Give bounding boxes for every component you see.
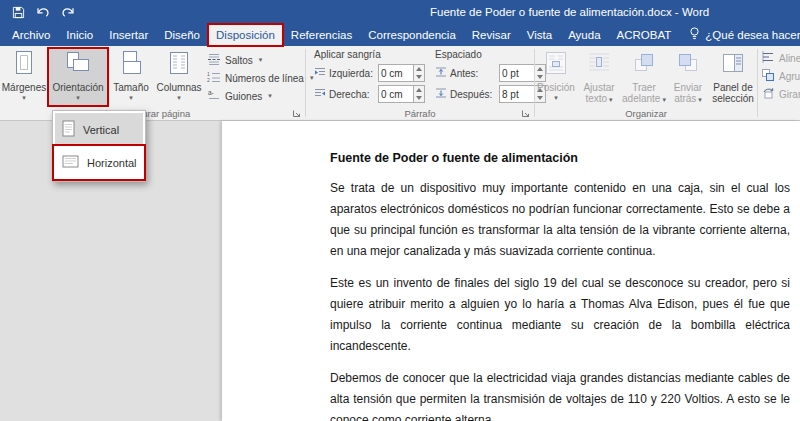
align-icon (761, 50, 775, 66)
align-label: Aline (779, 53, 800, 64)
tab-revisar[interactable]: Revisar (464, 24, 519, 46)
chevron-down-icon: ▾ (129, 94, 133, 102)
tab-correspondencia[interactable]: Correspondencia (360, 24, 464, 46)
chevron-down-icon: ▾ (259, 56, 263, 64)
bring-forward-button[interactable]: Traer adelante▾ (621, 48, 667, 106)
line-numbers-button[interactable]: 12 Números de línea ▾ (204, 70, 316, 86)
indent-left-label: Izquierda: (329, 68, 375, 79)
chevron-down-icon: ▾ (662, 96, 666, 103)
send-backward-icon (675, 50, 701, 80)
undo-icon[interactable] (34, 3, 52, 21)
spinner-down-icon[interactable] (414, 73, 424, 81)
indent-right-input[interactable] (378, 85, 414, 103)
size-button[interactable]: Tamaño ▾ (108, 48, 154, 106)
window-title: Fuente de Poder o fuente de alimentación… (430, 0, 709, 24)
indent-right-row: Derecha: (314, 85, 425, 103)
page-break-icon (207, 52, 221, 68)
size-label: Tamaño (113, 82, 149, 93)
document-paragraph: Se trata de un dispositivo muy important… (330, 178, 790, 262)
lightbulb-icon (689, 27, 700, 43)
hyphenation-label: Guiones (225, 91, 262, 102)
chevron-down-icon: ▾ (177, 94, 181, 102)
tab-archivo[interactable]: Archivo (4, 24, 58, 46)
indent-left-row: Izquierda: (314, 64, 425, 82)
menu-item-vertical[interactable]: Vertical (55, 113, 143, 146)
group-objects-icon (761, 68, 775, 84)
dialog-launcher-icon[interactable] (290, 107, 302, 119)
chevron-down-icon: ▾ (22, 94, 26, 102)
hyphenation-icon: a- (207, 88, 221, 104)
wrap-text-icon (586, 50, 612, 80)
tab-ayuda[interactable]: Ayuda (560, 24, 608, 46)
title-bar: Fuente de Poder o fuente de alimentación… (0, 0, 800, 24)
tab-diseno[interactable]: Diseño (156, 24, 208, 46)
spacing-before-row: Antes: (435, 64, 546, 82)
portrait-page-icon (62, 120, 75, 139)
group-objects-label: Agrup (779, 71, 800, 82)
landscape-page-icon (62, 155, 79, 170)
selection-pane-label: Panel de selección (710, 82, 756, 104)
spacing-before-input[interactable] (499, 64, 535, 82)
selection-pane-button[interactable]: Panel de selección (709, 48, 757, 106)
orientation-menu: Vertical Horizontal (52, 110, 146, 182)
chevron-down-icon: ▾ (76, 94, 80, 102)
position-button[interactable]: Posición ▾ (535, 48, 577, 106)
group-configurar-pagina: Márgenes ▾ Orientación ▾ Tamaño ▾ Column… (0, 46, 305, 120)
menu-item-vertical-label: Vertical (83, 124, 119, 136)
breaks-button[interactable]: Saltos ▾ (204, 52, 316, 68)
rotate-label: Girar (779, 89, 800, 100)
orientation-button[interactable]: Orientación ▾ (48, 48, 108, 106)
indent-left-input[interactable] (378, 64, 414, 82)
group-label-configurar-pagina: Configurar página (0, 106, 305, 120)
bring-forward-icon (631, 50, 657, 80)
tab-disposicion-label: Disposición (216, 29, 275, 41)
save-icon[interactable] (9, 3, 27, 21)
group-organizar-content: Posición ▾ Ajustar texto▾ Traer adelante… (535, 46, 757, 106)
orientation-icon (65, 50, 91, 80)
chevron-down-icon: ▾ (268, 92, 272, 100)
bring-forward-label: Traer adelante▾ (622, 82, 666, 105)
group-configurar-pagina-content: Márgenes ▾ Orientación ▾ Tamaño ▾ Column… (0, 46, 305, 106)
spinner-up-icon[interactable] (414, 86, 424, 94)
size-icon (119, 50, 143, 80)
rotate-icon (761, 86, 775, 102)
hyphenation-button[interactable]: a- Guiones ▾ (204, 88, 316, 104)
tell-me-box[interactable]: ¿Qué desea hacer? (679, 24, 800, 46)
send-backward-label: Enviar atrás▾ (668, 82, 708, 105)
rotate-button[interactable]: Girar (758, 86, 800, 102)
spacing-before-icon (435, 67, 447, 79)
page-setup-small-buttons: Saltos ▾ 12 Números de línea ▾ a- Guione… (204, 48, 316, 104)
align-button[interactable]: Aline (758, 50, 800, 66)
margins-label: Márgenes (2, 82, 46, 93)
tab-acrobat[interactable]: ACROBAT (609, 24, 680, 46)
bring-forward-text: Traer adelante (622, 82, 660, 104)
spacing-after-label: Después: (450, 89, 496, 100)
indent-left-spinner (414, 64, 425, 82)
spacing-after-input[interactable] (499, 85, 535, 103)
word-window: Fuente de Poder o fuente de alimentación… (0, 0, 800, 421)
columns-button[interactable]: Columnas ▾ (154, 48, 204, 106)
tab-insertar[interactable]: Insertar (101, 24, 156, 46)
tab-inicio[interactable]: Inicio (58, 24, 101, 46)
spinner-down-icon[interactable] (414, 94, 424, 102)
tab-disposicion[interactable]: Disposición (208, 24, 283, 46)
redo-icon[interactable] (59, 3, 77, 21)
columns-label: Columnas (156, 82, 201, 93)
tab-vista[interactable]: Vista (519, 24, 560, 46)
tab-referencias[interactable]: Referencias (283, 24, 360, 46)
send-backward-button[interactable]: Enviar atrás▾ (667, 48, 709, 106)
group-parrafo-content: Aplicar sangría Izquierda: Derecha: (306, 46, 534, 106)
group-label-organizar: Organizar (535, 106, 757, 120)
margins-button[interactable]: Márgenes ▾ (0, 48, 48, 106)
tell-me-label: ¿Qué desea hacer? (705, 29, 800, 41)
page[interactable]: Fuente de Poder o fuente de alimentación… (222, 121, 800, 421)
group-objects-button[interactable]: Agrup (758, 68, 800, 84)
group-organizar: Posición ▾ Ajustar texto▾ Traer adelante… (535, 46, 757, 120)
spinner-up-icon[interactable] (414, 65, 424, 73)
columns-icon (167, 50, 191, 80)
dialog-launcher-icon[interactable] (519, 107, 531, 119)
chevron-down-icon: ▾ (698, 96, 702, 103)
menu-item-horizontal[interactable]: Horizontal (55, 146, 143, 179)
group-parrafo: Aplicar sangría Izquierda: Derecha: (306, 46, 534, 120)
wrap-text-button[interactable]: Ajustar texto▾ (577, 48, 621, 106)
